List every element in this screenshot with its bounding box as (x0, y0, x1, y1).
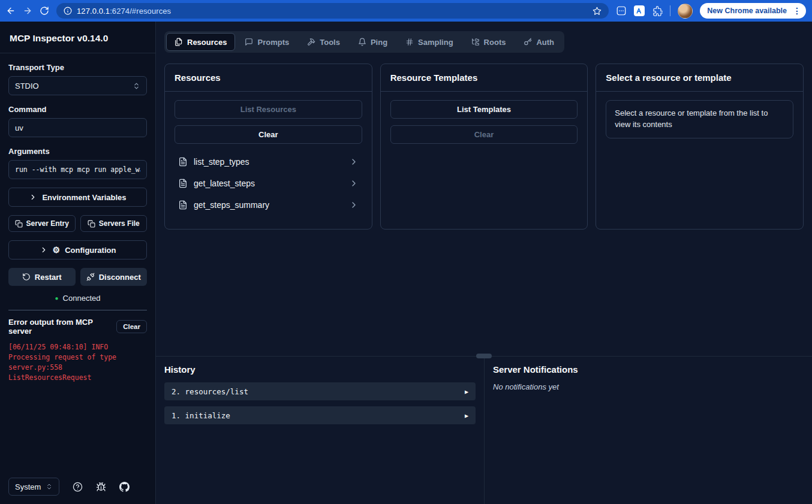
resource-detail-placeholder: Select a resource or template from the l… (606, 100, 793, 138)
tab-auth[interactable]: Auth (515, 33, 563, 51)
back-icon[interactable] (6, 6, 16, 16)
error-output-section: Error output from MCP server Clear [06/1… (8, 310, 147, 383)
connection-status-label: Connected (63, 294, 101, 303)
chrome-menu-icon[interactable]: ⋮ (792, 6, 802, 16)
resources-clear-button[interactable]: Clear (175, 125, 362, 144)
unplug-icon (86, 273, 95, 281)
disconnect-button[interactable]: Disconnect (80, 268, 148, 286)
history-title: History (164, 364, 476, 375)
configuration-label: Configuration (65, 246, 116, 255)
arguments-label: Arguments (8, 147, 147, 156)
split-drag-handle[interactable] (476, 354, 492, 358)
site-info-icon[interactable] (64, 7, 72, 15)
transport-type-select[interactable]: STDIO (8, 76, 147, 95)
expand-play-icon[interactable]: ▶ (465, 412, 468, 419)
chevrons-up-down-icon (46, 483, 53, 490)
url-host: 127.0.0.1 (77, 7, 110, 16)
bottom-panels: History 2. resources/list ▶ 1. initializ… (156, 356, 812, 504)
arguments-input[interactable] (8, 160, 147, 179)
tab-ping[interactable]: Ping (350, 33, 396, 51)
file-text-icon (178, 157, 188, 167)
resources-panel: Resources List Resources Clear list_step… (164, 64, 372, 230)
tab-bar: Resources Prompts Tools Ping Sampling (164, 31, 564, 53)
command-input[interactable] (8, 118, 147, 137)
help-icon[interactable] (73, 482, 83, 492)
bookmark-star-icon[interactable] (593, 7, 602, 16)
command-label: Command (8, 105, 147, 114)
translate-extension-icon[interactable] (634, 5, 645, 16)
tab-tools[interactable]: Tools (299, 33, 348, 51)
servers-file-button[interactable]: Servers File (80, 215, 148, 232)
tab-resources[interactable]: Resources (166, 33, 235, 51)
reload-icon[interactable] (40, 6, 49, 16)
files-icon (175, 38, 183, 46)
tab-roots[interactable]: Roots (463, 33, 515, 51)
environment-variables-button[interactable]: Environment Variables (8, 188, 147, 207)
server-entry-button[interactable]: Server Entry (8, 215, 76, 232)
transport-type-label: Transport Type (8, 63, 147, 72)
server-notifications-title: Server Notifications (493, 364, 804, 375)
disconnect-label: Disconnect (99, 273, 141, 282)
error-log-line: server.py:558 ListResourcesRequest (8, 363, 147, 383)
resources-panel-title: Resources (175, 73, 362, 83)
tab-label: Tools (320, 38, 340, 47)
history-pane: History 2. resources/list ▶ 1. initializ… (156, 357, 484, 504)
error-log-line: [06/11/25 09:48:10] INFO (8, 342, 147, 352)
list-templates-button[interactable]: List Templates (390, 100, 578, 119)
resource-name: get_latest_steps (194, 179, 255, 188)
history-item[interactable]: 1. initialize ▶ (164, 406, 476, 424)
extension-dots-icon[interactable] (616, 5, 627, 16)
resource-item[interactable]: get_steps_summary (175, 195, 362, 215)
chevron-right-icon (29, 193, 37, 201)
chevron-right-icon (40, 246, 48, 254)
new-chrome-button[interactable]: New Chrome available ⋮ (700, 3, 806, 19)
history-item-label: 1. initialize (172, 411, 230, 420)
key-icon (524, 38, 532, 46)
expand-play-icon[interactable]: ▶ (465, 388, 468, 395)
resource-templates-panel: Resource Templates List Templates Clear (380, 64, 588, 230)
error-clear-button[interactable]: Clear (116, 320, 147, 333)
restart-icon (22, 273, 31, 281)
templates-clear-button[interactable]: Clear (390, 125, 578, 144)
chevron-right-icon (349, 157, 359, 167)
list-resources-button[interactable]: List Resources (175, 100, 362, 119)
chevron-right-icon (349, 179, 359, 188)
gear-icon: ⚙ (53, 246, 61, 254)
tab-label: Roots (484, 38, 506, 47)
url-bar[interactable]: 127.0.0.1:6274/#resources (56, 3, 609, 19)
resource-item[interactable]: get_latest_steps (175, 174, 362, 193)
restart-button[interactable]: Restart (8, 268, 76, 286)
theme-select-value: System (15, 482, 41, 491)
file-text-icon (178, 200, 188, 210)
history-item-label: 2. resources/list (172, 387, 248, 396)
forward-icon[interactable] (23, 6, 32, 16)
resource-item[interactable]: list_step_types (175, 152, 362, 171)
profile-avatar[interactable] (678, 4, 693, 19)
resource-name: get_steps_summary (194, 200, 269, 210)
servers-file-label: Servers File (99, 219, 140, 228)
configuration-button[interactable]: ⚙ Configuration (8, 240, 147, 259)
main-content: Resources Prompts Tools Ping Sampling (156, 22, 812, 504)
url-text: 127.0.0.1:6274/#resources (77, 7, 171, 16)
tab-label: Sampling (418, 38, 453, 47)
tab-label: Auth (536, 38, 554, 47)
error-output-title: Error output from MCP server (8, 318, 116, 336)
history-item[interactable]: 2. resources/list ▶ (164, 382, 476, 400)
tab-label: Ping (371, 38, 387, 47)
github-icon[interactable] (119, 482, 130, 492)
tab-sampling[interactable]: Sampling (397, 33, 462, 51)
connection-status: ● Connected (8, 294, 147, 303)
chevron-right-icon (349, 200, 359, 210)
bug-report-icon[interactable] (96, 482, 106, 492)
sidebar: MCP Inspector v0.14.0 Transport Type STD… (0, 22, 156, 504)
status-dot-icon: ● (55, 295, 59, 301)
tab-label: Prompts (257, 38, 289, 47)
extensions-puzzle-icon[interactable] (652, 5, 663, 16)
environment-variables-label: Environment Variables (42, 193, 126, 202)
tab-prompts[interactable]: Prompts (236, 33, 297, 51)
theme-select[interactable]: System (8, 478, 59, 496)
server-notifications-pane: Server Notifications No notifications ye… (484, 357, 812, 504)
transport-type-value: STDIO (15, 82, 39, 90)
server-entry-label: Server Entry (26, 219, 69, 228)
folder-tree-icon (471, 38, 480, 46)
